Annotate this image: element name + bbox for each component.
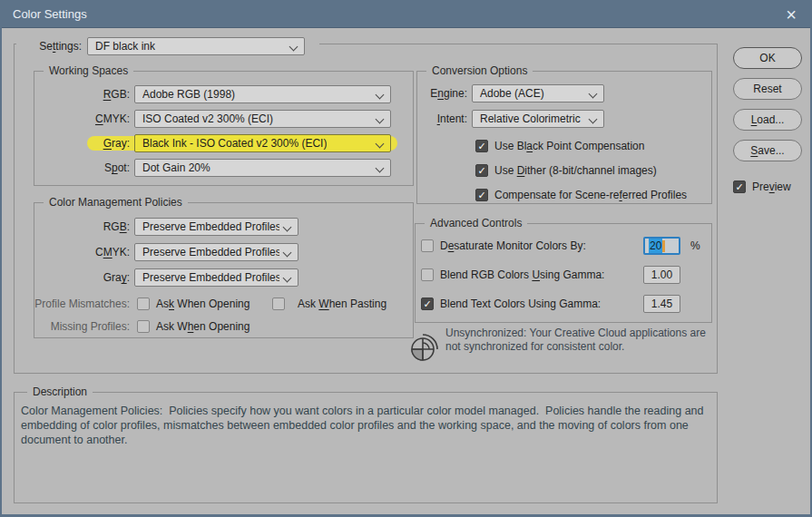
settings-select[interactable]: DF black ink bbox=[87, 37, 305, 55]
color-management-policies-group: Color Management Policies RGB: Preserve … bbox=[34, 202, 414, 338]
sync-status-icon bbox=[407, 330, 442, 365]
spot-label: Spot: bbox=[34, 161, 130, 174]
blend-text-gamma-checkbox[interactable] bbox=[421, 298, 434, 310]
rgb-policy-row: RGB: Preserve Embedded Profiles bbox=[34, 218, 413, 236]
chevron-down-icon bbox=[589, 115, 598, 124]
gray-working-space-select[interactable]: Black Ink - ISO Coated v2 300% (ECI) bbox=[134, 134, 391, 152]
blend-rgb-gamma-field[interactable]: 1.00 bbox=[643, 266, 680, 284]
scene-referred-row: Compensate for Scene-referred Profiles bbox=[475, 186, 711, 204]
missing-profiles-label: Missing Profiles: bbox=[34, 320, 130, 333]
select-value: Preserve Embedded Profiles bbox=[142, 220, 279, 233]
desaturate-checkbox[interactable] bbox=[421, 239, 434, 252]
checkbox-label: Compensate for Scene-referred Profiles bbox=[494, 189, 687, 201]
checkbox-label: Desaturate Monitor Colors By: bbox=[440, 239, 586, 252]
checkbox-label: Ask When Pasting bbox=[298, 298, 386, 310]
description-text: Color Management Policies: Policies spec… bbox=[21, 404, 712, 447]
percent-unit-label: % bbox=[690, 239, 700, 252]
scene-referred-checkbox[interactable] bbox=[475, 189, 488, 201]
color-settings-dialog: Color Settings × Settings: DF black ink … bbox=[0, 0, 812, 517]
settings-select-value: DF black ink bbox=[95, 40, 155, 53]
checkbox-label: Ask When Opening bbox=[156, 320, 249, 333]
cmyk-policy-row: CMYK: Preserve Embedded Profiles bbox=[34, 243, 413, 261]
gray-policy-label: Gray: bbox=[34, 271, 130, 284]
chevron-down-icon bbox=[283, 274, 292, 283]
select-value: ISO Coated v2 300% (ECI) bbox=[142, 112, 273, 125]
advanced-controls-group: Advanced Controls Desaturate Monitor Col… bbox=[415, 223, 712, 323]
select-value: Adobe (ACE) bbox=[480, 87, 544, 100]
checkbox-label: Blend Text Colors Using Gamma: bbox=[440, 298, 601, 310]
select-value: Preserve Embedded Profiles bbox=[142, 246, 279, 258]
use-dither-row: Use Dither (8-bit/channel images) bbox=[475, 161, 711, 180]
spot-working-space-select[interactable]: Dot Gain 20% bbox=[134, 159, 391, 177]
checkbox-label: Use Black Point Compensation bbox=[494, 140, 644, 152]
field-value: 1.00 bbox=[651, 268, 672, 281]
ask-when-opening-missing-checkbox[interactable] bbox=[137, 320, 150, 333]
engine-label: Engine: bbox=[417, 87, 467, 100]
checkbox-label: Blend RGB Colors Using Gamma: bbox=[440, 268, 604, 281]
blend-text-gamma-field[interactable]: 1.45 bbox=[643, 295, 680, 313]
intent-label: Intent: bbox=[417, 112, 467, 125]
close-icon[interactable]: × bbox=[770, 0, 812, 28]
use-dither-checkbox[interactable] bbox=[475, 164, 488, 177]
engine-select[interactable]: Adobe (ACE) bbox=[472, 84, 604, 102]
window-title: Color Settings bbox=[0, 7, 87, 21]
chevron-down-icon bbox=[376, 91, 385, 100]
working-spaces-group: Working Spaces RGB: Adobe RGB (1998) CMY… bbox=[34, 71, 414, 186]
preview-checkbox[interactable] bbox=[733, 180, 746, 193]
load-button[interactable]: Load... bbox=[733, 109, 802, 131]
desaturate-percent-field[interactable]: 20 bbox=[643, 237, 680, 255]
save-button[interactable]: Save... bbox=[733, 140, 802, 161]
profile-mismatches-row: Profile Mismatches: Ask When Opening Ask… bbox=[34, 295, 413, 313]
engine-row: Engine: Adobe (ACE) bbox=[417, 84, 711, 102]
chevron-down-icon bbox=[289, 42, 298, 51]
group-title: Description bbox=[27, 385, 93, 398]
text-caret bbox=[662, 240, 665, 252]
rgb-label: RGB: bbox=[34, 88, 130, 101]
reset-button[interactable]: Reset bbox=[733, 78, 802, 100]
field-value-selected: 20 bbox=[649, 239, 662, 253]
gray-label: Gray: bbox=[34, 137, 130, 150]
group-title: Advanced Controls bbox=[425, 217, 527, 229]
intent-select[interactable]: Relative Colorimetric bbox=[472, 110, 604, 128]
select-value: Dot Gain 20% bbox=[142, 161, 210, 174]
chevron-down-icon bbox=[283, 249, 292, 258]
group-title: Color Management Policies bbox=[44, 196, 188, 209]
chevron-down-icon bbox=[283, 223, 292, 232]
preview-row: Preview bbox=[733, 178, 812, 196]
black-point-compensation-checkbox[interactable] bbox=[475, 140, 488, 152]
checkbox-label: Preview bbox=[752, 180, 791, 193]
cmyk-label: CMYK: bbox=[34, 112, 130, 125]
rgb-working-space-select[interactable]: Adobe RGB (1998) bbox=[134, 85, 391, 103]
group-title: Working Spaces bbox=[44, 64, 133, 77]
desaturate-row: Desaturate Monitor Colors By: 20 % bbox=[421, 237, 711, 255]
profile-mismatches-label: Profile Mismatches: bbox=[34, 298, 130, 310]
cmyk-policy-label: CMYK: bbox=[34, 246, 130, 258]
black-point-row: Use Black Point Compensation bbox=[475, 137, 711, 155]
field-value: 1.45 bbox=[651, 298, 672, 310]
gray-policy-select[interactable]: Preserve Embedded Profiles bbox=[134, 268, 298, 287]
titlebar[interactable]: Color Settings × bbox=[0, 0, 812, 28]
intent-row: Intent: Relative Colorimetric bbox=[417, 110, 711, 128]
cmyk-policy-select[interactable]: Preserve Embedded Profiles bbox=[134, 243, 298, 261]
blend-rgb-gamma-checkbox[interactable] bbox=[421, 268, 434, 281]
ok-button[interactable]: OK bbox=[733, 47, 802, 69]
select-value: Relative Colorimetric bbox=[480, 112, 581, 125]
conversion-options-group: Conversion Options Engine: Adobe (ACE) I… bbox=[416, 71, 712, 204]
cmyk-working-space-row: CMYK: ISO Coated v2 300% (ECI) bbox=[34, 110, 413, 128]
unsynchronized-note: Unsynchronized: Your Creative Cloud appl… bbox=[445, 327, 710, 354]
chevron-down-icon bbox=[376, 164, 385, 173]
ask-when-pasting-checkbox[interactable] bbox=[272, 298, 285, 310]
rgb-policy-label: RGB: bbox=[34, 220, 130, 233]
spot-working-space-row: Spot: Dot Gain 20% bbox=[34, 159, 413, 177]
ask-when-opening-mismatch-checkbox[interactable] bbox=[137, 298, 150, 310]
gray-working-space-row-highlighted: Gray: Black Ink - ISO Coated v2 300% (EC… bbox=[34, 134, 413, 152]
select-value: Black Ink - ISO Coated v2 300% (ECI) bbox=[142, 137, 327, 150]
select-value: Adobe RGB (1998) bbox=[142, 88, 235, 101]
cmyk-working-space-select[interactable]: ISO Coated v2 300% (ECI) bbox=[134, 110, 391, 128]
rgb-policy-select[interactable]: Preserve Embedded Profiles bbox=[134, 218, 298, 236]
blend-rgb-row: Blend RGB Colors Using Gamma: 1.00 bbox=[421, 266, 711, 284]
chevron-down-icon bbox=[376, 115, 385, 124]
chevron-down-icon bbox=[589, 90, 598, 99]
select-value: Preserve Embedded Profiles bbox=[142, 271, 279, 284]
gray-policy-row: Gray: Preserve Embedded Profiles bbox=[34, 268, 413, 287]
